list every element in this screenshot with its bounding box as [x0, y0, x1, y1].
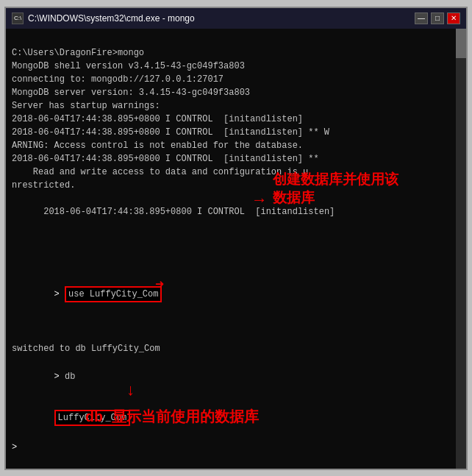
cmd-window: C:\ C:\WINDOWS\system32\cmd.exe - mongo …: [4, 7, 468, 470]
terminal-line: MongoDB shell version v3.4.15-43-gc049f3…: [12, 60, 460, 73]
terminal-body: C:\Users\DragonFire>mongo MongoDB shell …: [6, 29, 466, 469]
cmd-icon-label: C:\: [14, 15, 21, 21]
terminal-line: connecting to: mongodb://127.0.0.1:27017: [12, 73, 460, 86]
right-arrow-icon: ➜: [155, 274, 164, 296]
command-block-1: > use LuffyCity_Com ➜ switched to db Luf…: [12, 273, 460, 355]
down-arrow-icon: ↓: [126, 379, 135, 403]
title-bar-controls: — □ ✕: [415, 13, 460, 24]
terminal-line: Server has startup warnings:: [12, 99, 460, 113]
terminal-line: 2018-06-04T17:44:38.895+0800 I CONTROL […: [12, 126, 460, 139]
switched-output: switched to db LuffyCity_Com: [12, 342, 460, 355]
use-command-highlight: use LuffyCity_Com: [65, 286, 162, 302]
prompt2: >: [54, 372, 65, 382]
terminal-line: MongoDB server version: 3.4.15-43-gc049f…: [12, 86, 460, 99]
window-title: C:\WINDOWS\system32\cmd.exe - mongo: [28, 13, 195, 24]
db-command-line: > db: [12, 357, 460, 397]
terminal-line: 2018-06-04T17:44:38.895+0800 I CONTROL […: [12, 152, 460, 166]
terminal-line: 2018-06-04T17:44:38.895+0800 I CONTROL […: [12, 192, 460, 271]
annotation1-arrow: →: [254, 188, 264, 213]
use-command-line: > use LuffyCity_Com ➜: [12, 273, 460, 342]
title-bar: C:\ C:\WINDOWS\system32\cmd.exe - mongo …: [6, 8, 466, 29]
maximize-button[interactable]: □: [431, 13, 444, 24]
annotation1-text: 创建数据库并使用该数据库: [273, 171, 420, 209]
prompt-final: >: [12, 441, 460, 454]
command-block-2: > db LuffyCity_Com ↓ db 显示当前使用的数据库: [12, 357, 460, 439]
prompt1: >: [54, 289, 65, 299]
scrollbar-thumb[interactable]: [456, 29, 466, 58]
terminal-line: 2018-06-04T17:44:38.895+0800 I CONTROL […: [12, 113, 460, 126]
cmd-icon: C:\: [12, 13, 24, 24]
close-button[interactable]: ✕: [447, 13, 460, 24]
terminal-line: ARNING: Access control is not enabled fo…: [12, 139, 460, 152]
annotation2-text: db 显示当前使用的数据库: [85, 407, 259, 429]
terminal-line: C:\Users\DragonFire>mongo: [12, 46, 460, 60]
minimize-button[interactable]: —: [415, 13, 428, 24]
title-bar-left: C:\ C:\WINDOWS\system32\cmd.exe - mongo: [12, 13, 195, 24]
terminal-line: [12, 33, 460, 46]
